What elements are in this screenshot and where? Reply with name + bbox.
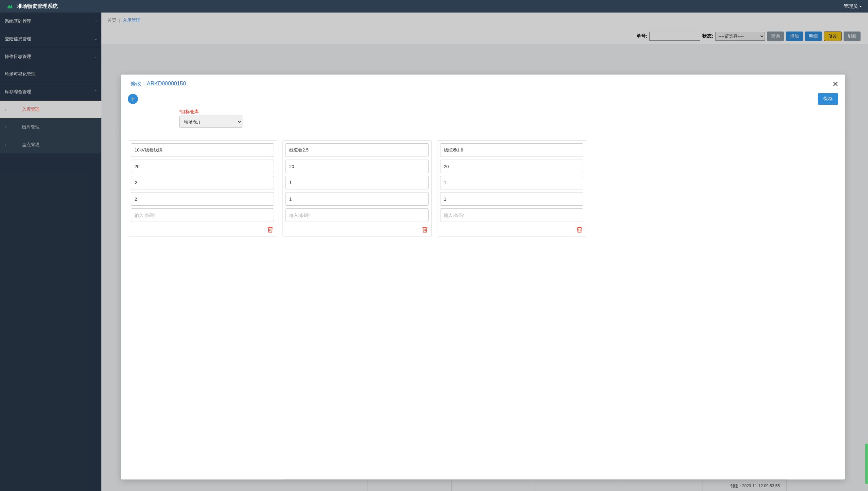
- item-barcode-input[interactable]: [285, 208, 429, 222]
- logo-icon: [6, 3, 14, 10]
- edit-modal: 修改：ARKD00000150 × + 保存 *目标仓库 堆场仓库: [121, 75, 845, 479]
- modal-title: 修改：ARKD00000150: [131, 80, 186, 87]
- trash-icon[interactable]: [576, 226, 583, 233]
- add-card-button[interactable]: +: [128, 94, 138, 104]
- target-warehouse-label: *目标仓库: [131, 109, 835, 115]
- user-menu[interactable]: 管理员: [844, 3, 862, 9]
- trash-icon[interactable]: [267, 226, 274, 233]
- item-field-2[interactable]: [285, 176, 429, 189]
- cards-container: [121, 132, 845, 245]
- target-warehouse-select[interactable]: 堆场仓库: [179, 116, 242, 128]
- item-card: [282, 140, 432, 237]
- item-name-input[interactable]: [440, 143, 583, 157]
- caret-down-icon: [859, 6, 862, 7]
- item-barcode-input[interactable]: [131, 208, 274, 222]
- user-label: 管理员: [844, 3, 858, 9]
- item-field-1[interactable]: [440, 160, 583, 173]
- item-field-3[interactable]: [285, 192, 429, 206]
- item-barcode-input[interactable]: [440, 208, 583, 222]
- app-header: 堆场物资管理系统 管理员: [0, 0, 868, 13]
- item-field-1[interactable]: [285, 160, 429, 173]
- item-card: [437, 140, 586, 237]
- item-field-3[interactable]: [440, 192, 583, 206]
- save-button[interactable]: 保存: [818, 93, 838, 105]
- app-title: 堆场物资管理系统: [17, 3, 58, 9]
- close-icon[interactable]: ×: [833, 79, 838, 89]
- item-name-input[interactable]: [285, 143, 429, 157]
- trash-icon[interactable]: [421, 226, 429, 233]
- scrollbar[interactable]: [865, 13, 868, 491]
- item-field-3[interactable]: [131, 192, 274, 206]
- item-name-input[interactable]: [131, 143, 274, 157]
- item-field-1[interactable]: [131, 160, 274, 173]
- item-field-2[interactable]: [131, 176, 274, 189]
- item-card: [128, 140, 277, 237]
- scrollbar-thumb[interactable]: [865, 444, 868, 484]
- item-field-2[interactable]: [440, 176, 583, 189]
